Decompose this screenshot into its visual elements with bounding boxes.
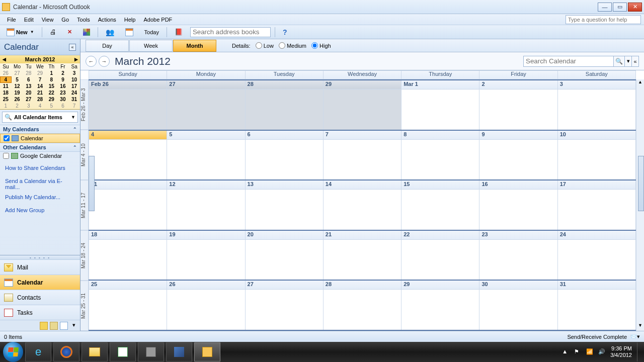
mini-cal-day[interactable]: 12 — [12, 83, 23, 89]
folder-list-icon[interactable] — [50, 322, 58, 330]
mini-cal-day[interactable]: 28 — [34, 96, 46, 103]
publish-calendar-link[interactable]: Publish My Calendar... — [0, 192, 80, 202]
mini-cal-day[interactable]: 29 — [34, 70, 46, 76]
prev-period-button[interactable]: ← — [86, 56, 97, 67]
scroll-up-button[interactable]: ▲ — [636, 79, 644, 87]
day-cell[interactable]: 23 — [479, 231, 557, 280]
day-cell[interactable]: 31 — [558, 281, 636, 330]
tray-volume-icon[interactable]: 🔊 — [598, 348, 605, 355]
details-medium[interactable]: Medium — [279, 42, 306, 49]
mini-cal-day[interactable]: 7 — [34, 76, 46, 83]
nav-tasks[interactable]: Tasks — [0, 305, 80, 320]
mini-cal-day[interactable]: 8 — [46, 76, 57, 83]
week-label[interactable]: Mar 25 - 31 — [80, 281, 89, 331]
categorize-button[interactable] — [79, 27, 94, 38]
calendar-filter-dropdown[interactable]: All Calendar Items ▼ — [2, 112, 78, 123]
week-label[interactable]: Mar 18 - 24 — [80, 230, 89, 281]
mini-cal-day[interactable]: 27 — [12, 70, 23, 76]
help-button[interactable]: ? — [279, 27, 291, 38]
day-cell[interactable]: 29 — [401, 281, 479, 330]
taskbar-explorer[interactable] — [82, 342, 108, 361]
mini-cal-day[interactable]: 3 — [23, 103, 34, 109]
mini-cal-day[interactable]: 28 — [23, 70, 34, 76]
address-book-search[interactable] — [190, 27, 271, 37]
mini-cal-day[interactable]: 5 — [46, 103, 57, 109]
day-cell[interactable]: Mar 1 — [401, 80, 479, 130]
google-calendar-item[interactable]: Google Calendar — [0, 152, 80, 160]
day-cell[interactable]: Feb 26 — [89, 80, 167, 130]
mini-cal-day[interactable]: 4 — [0, 76, 12, 83]
menu-tools[interactable]: Tools — [73, 16, 94, 24]
mini-cal-day[interactable]: 7 — [68, 103, 80, 109]
delete-button[interactable] — [64, 27, 75, 38]
day-cell[interactable]: 30 — [479, 281, 557, 330]
mini-cal-day[interactable]: 14 — [34, 83, 46, 89]
day-cell[interactable]: 24 — [558, 231, 636, 280]
search-options-button[interactable]: ▾ — [625, 56, 632, 67]
mini-cal-day[interactable]: 23 — [57, 89, 69, 96]
taskbar-ie[interactable]: e — [25, 342, 51, 361]
day-cell[interactable]: 18 — [89, 231, 167, 280]
week-label[interactable]: Mar 11 - 17 — [80, 180, 89, 230]
left-expander-tab[interactable] — [89, 156, 95, 211]
mini-cal-day[interactable]: 3 — [68, 70, 80, 76]
google-calendar-checkbox[interactable] — [3, 153, 9, 159]
day-cell[interactable]: 9 — [479, 131, 557, 180]
mini-cal-day[interactable]: 2 — [57, 70, 69, 76]
week-label[interactable]: Feb 26 - Mar 3 — [80, 79, 89, 130]
mini-cal-day[interactable]: 27 — [23, 96, 34, 103]
mini-cal-day[interactable]: 6 — [23, 76, 34, 83]
help-search[interactable] — [566, 15, 641, 24]
day-cell[interactable]: 17 — [558, 180, 636, 230]
day-cell[interactable]: 10 — [558, 131, 636, 180]
mini-cal-day[interactable]: 16 — [57, 83, 69, 89]
collapse-sidebar-button[interactable]: « — [69, 44, 76, 51]
menu-go[interactable]: Go — [57, 16, 73, 24]
mini-cal-day[interactable]: 17 — [68, 83, 80, 89]
menu-help[interactable]: Help — [120, 16, 140, 24]
mini-cal-day[interactable]: 26 — [0, 70, 12, 76]
menu-edit[interactable]: Edit — [20, 16, 38, 24]
calendar-item[interactable]: Calendar — [0, 134, 80, 143]
tray-show-hidden-icon[interactable]: ▲ — [562, 348, 569, 355]
taskbar-excel[interactable] — [110, 342, 136, 361]
day-cell[interactable]: 15 — [401, 180, 479, 230]
start-button[interactable] — [3, 342, 23, 362]
day-cell[interactable]: 20 — [246, 231, 324, 280]
mini-cal-day[interactable]: 22 — [46, 89, 57, 96]
day-cell[interactable]: 3 — [558, 80, 636, 130]
day-cell[interactable]: 14 — [324, 180, 401, 230]
mini-cal-day[interactable]: 30 — [57, 96, 69, 103]
show-desktop-button[interactable] — [637, 342, 641, 361]
day-cell[interactable]: 27 — [246, 281, 324, 330]
nav-calendar[interactable]: Calendar — [0, 275, 80, 290]
day-cell[interactable]: 2 — [479, 80, 557, 130]
splitter-handle[interactable]: • • • • • — [0, 255, 80, 259]
day-cell[interactable]: 28 — [246, 80, 324, 130]
mini-cal-day[interactable]: 29 — [46, 96, 57, 103]
day-cell[interactable]: 4 — [89, 131, 167, 180]
mini-cal-day[interactable]: 6 — [57, 103, 69, 109]
menu-actions[interactable]: Actions — [94, 16, 120, 24]
scroll-down-button[interactable]: ▼ — [636, 323, 644, 331]
day-cell[interactable]: 29 — [324, 80, 401, 130]
mini-cal-day[interactable]: 1 — [46, 70, 57, 76]
next-month-button[interactable]: ▶ — [73, 57, 79, 62]
send-calendar-link[interactable]: Send a Calendar via E-mail... — [0, 176, 80, 192]
other-calendars-header[interactable]: Other Calendars ⌃ — [0, 143, 80, 152]
day-cell[interactable]: 27 — [167, 80, 245, 130]
mini-cal-day[interactable]: 11 — [0, 83, 12, 89]
publish-button[interactable] — [122, 27, 137, 38]
notes-icon[interactable] — [40, 322, 48, 330]
close-button[interactable]: ✕ — [628, 3, 642, 12]
week-view-tab[interactable]: Week — [129, 40, 173, 52]
day-cell[interactable]: 7 — [324, 131, 401, 180]
mini-cal-day[interactable]: 25 — [0, 96, 12, 103]
mini-cal-day[interactable]: 20 — [23, 89, 34, 96]
mini-cal-day[interactable]: 1 — [0, 103, 12, 109]
taskbar-firefox[interactable] — [53, 342, 79, 361]
day-cell[interactable]: 19 — [167, 231, 245, 280]
right-expander-tab[interactable] — [638, 156, 644, 211]
details-high[interactable]: High — [311, 42, 331, 49]
day-view-tab[interactable]: Day — [86, 40, 129, 52]
